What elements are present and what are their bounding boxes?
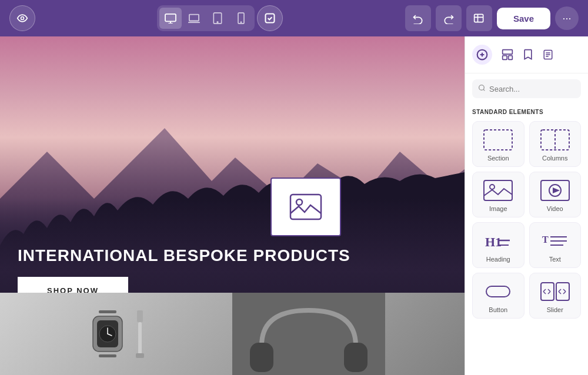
mobile-button[interactable]: [230, 8, 252, 29]
slider-label: Slider: [547, 306, 563, 313]
undo-button[interactable]: [405, 5, 431, 31]
canvas: INTERNATIONAL BESPOKE PRODUCTS SHOP NOW: [0, 36, 465, 375]
svg-point-40: [490, 185, 495, 189]
svg-rect-11: [99, 310, 116, 313]
bookmark-tab[interactable]: [523, 49, 533, 61]
back-button[interactable]: [466, 5, 492, 31]
preview-button[interactable]: [9, 5, 35, 31]
svg-text:H1: H1: [485, 235, 502, 249]
text-label: Text: [549, 256, 561, 263]
search-icon: [478, 84, 486, 93]
search-box[interactable]: [472, 79, 581, 98]
svg-rect-7: [266, 14, 275, 23]
svg-point-4: [218, 22, 219, 23]
svg-text:T: T: [542, 235, 549, 245]
svg-point-0: [21, 17, 24, 20]
svg-rect-39: [484, 180, 512, 200]
video-icon: [540, 179, 570, 202]
right-panel: STANDARD ELEMENTS Section: [465, 36, 588, 375]
hero-title: INTERNATIONAL BESPOKE PRODUCTS: [18, 246, 350, 265]
headphones-illustration: [232, 293, 385, 375]
svg-rect-29: [509, 56, 513, 60]
section-label: Section: [487, 155, 509, 162]
button-label: Button: [489, 306, 507, 313]
page-tab[interactable]: [543, 49, 553, 61]
svg-rect-36: [484, 130, 512, 150]
svg-rect-1: [165, 14, 176, 22]
element-video[interactable]: Video: [529, 172, 582, 217]
main-area: INTERNATIONAL BESPOKE PRODUCTS SHOP NOW: [0, 36, 588, 375]
svg-rect-53: [556, 283, 569, 300]
svg-point-6: [241, 22, 242, 22]
svg-rect-19: [138, 322, 142, 354]
check-button[interactable]: [257, 5, 283, 31]
layout-tab[interactable]: [502, 49, 513, 61]
svg-rect-22: [250, 343, 273, 372]
svg-rect-18: [137, 310, 143, 322]
element-button[interactable]: Button: [472, 273, 524, 319]
svg-rect-20: [136, 353, 144, 358]
svg-marker-43: [553, 188, 560, 193]
columns-icon: [540, 129, 570, 151]
watch-illustration: [84, 307, 131, 360]
toolbar-right: Save ···: [405, 5, 579, 31]
save-button[interactable]: Save: [497, 8, 550, 29]
laptop-button[interactable]: [183, 8, 205, 29]
element-section[interactable]: Section: [472, 121, 524, 167]
element-image[interactable]: Image: [472, 172, 524, 217]
svg-point-34: [479, 85, 485, 91]
svg-rect-27: [503, 50, 513, 55]
cable-illustration: [131, 307, 149, 360]
product-grid: [0, 293, 465, 375]
svg-rect-8: [475, 14, 483, 22]
tablet-button[interactable]: [206, 8, 229, 29]
svg-rect-12: [99, 354, 116, 357]
element-heading[interactable]: H1 Heading: [472, 222, 524, 268]
drag-image-element[interactable]: [270, 178, 341, 236]
toolbar: Save ···: [0, 0, 588, 36]
standard-elements-label: STANDARD ELEMENTS: [465, 104, 588, 119]
columns-label: Columns: [542, 155, 567, 162]
svg-point-10: [296, 199, 302, 205]
element-columns[interactable]: Columns: [529, 121, 582, 167]
svg-rect-2: [189, 15, 199, 21]
image-icon: [483, 179, 513, 202]
device-selector: [157, 5, 283, 31]
text-icon: T: [540, 230, 570, 252]
element-slider[interactable]: Slider: [529, 273, 582, 319]
video-label: Video: [547, 205, 563, 212]
more-button[interactable]: ···: [555, 6, 579, 30]
device-group: [157, 5, 255, 31]
redo-button[interactable]: [436, 5, 462, 31]
search-input[interactable]: [489, 85, 575, 93]
heading-icon: H1: [483, 230, 513, 252]
section-icon: [483, 129, 513, 151]
element-text[interactable]: T Text: [529, 222, 582, 268]
svg-rect-28: [503, 56, 507, 60]
image-label: Image: [489, 205, 507, 212]
desktop-button[interactable]: [159, 8, 182, 29]
product-cell-headphones: [232, 293, 465, 375]
toolbar-left: [9, 5, 35, 31]
product-cell-watch: [0, 293, 232, 375]
slider-icon: [540, 280, 570, 303]
panel-tabs: [465, 36, 588, 73]
elements-grid: Section Columns: [465, 119, 588, 321]
button-icon: [483, 280, 513, 303]
add-tab[interactable]: [472, 45, 492, 65]
svg-rect-51: [486, 286, 510, 297]
svg-rect-52: [541, 283, 554, 300]
svg-rect-23: [344, 343, 368, 372]
svg-rect-9: [290, 195, 321, 219]
heading-label: Heading: [486, 256, 510, 263]
svg-line-35: [483, 89, 485, 91]
